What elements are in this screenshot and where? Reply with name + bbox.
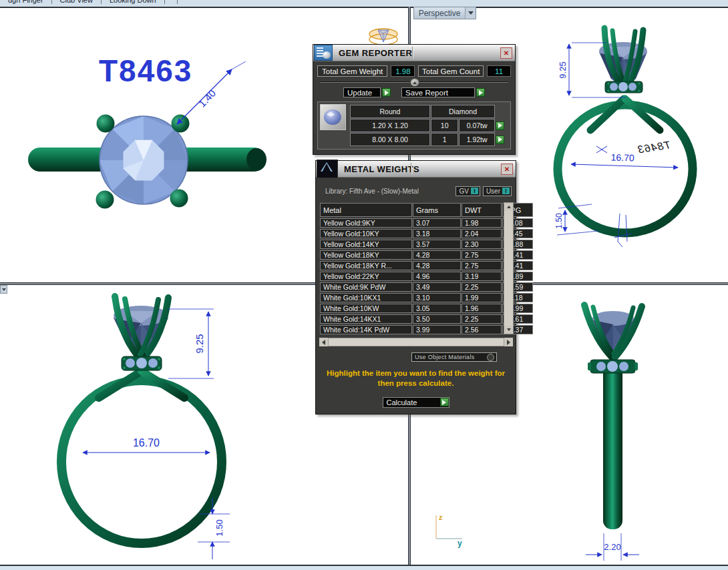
metal-cell: 2.25 <box>462 314 502 324</box>
axis-z-label: z <box>439 513 443 521</box>
metal-row[interactable]: Yellow Gold:14KY3.572.3012.88 <box>320 240 533 249</box>
axis-indicator: z y <box>436 513 462 548</box>
metal-cell: 3.19 <box>462 272 502 281</box>
h-scrollbar[interactable] <box>319 338 513 346</box>
gem-thumbnail[interactable] <box>320 104 346 130</box>
gem-size-cell: 1.20 X 1.20 <box>350 119 430 132</box>
ring-top-view <box>28 115 266 209</box>
total-gem-count-value: 11 <box>487 65 511 77</box>
dim-inner-diameter-value: 16.70 <box>610 152 634 163</box>
panel-titlebar[interactable]: METAL WEIGHTS ✕ <box>316 161 516 178</box>
leader-ticks <box>596 146 607 153</box>
metal-row[interactable]: White Gold:9K PdW3.492.2512.59 <box>320 282 533 292</box>
metal-row[interactable]: Yellow Gold:10KY3.182.0411.45 <box>320 229 533 238</box>
scroll-left-icon[interactable] <box>319 338 328 346</box>
calculate-row: Calculate <box>316 397 516 408</box>
metal-cell: 3.57 <box>413 240 461 249</box>
dim-inner-diameter-value: 16.70 <box>133 437 160 449</box>
save-report-button[interactable]: Save Report <box>401 87 475 97</box>
play-icon <box>498 123 502 128</box>
dim-head-height-large: 9.25 <box>168 309 214 378</box>
dim-inner-diameter-large: 16.70 <box>83 437 210 453</box>
metal-row[interactable]: Yellow Gold:18KY R...4.282.7515.41 <box>320 261 533 270</box>
melee-band <box>122 356 162 370</box>
tab-club-view[interactable]: Club View <box>52 0 102 4</box>
metal-row[interactable]: Yellow Gold:9KY3.071.9811.08 <box>320 218 533 228</box>
save-report-label: Save Report <box>405 89 448 97</box>
calculate-go-button[interactable] <box>440 398 449 406</box>
perspective-dropdown[interactable]: Perspective <box>413 7 476 19</box>
metal-column-header: DWT <box>462 203 502 217</box>
use-object-materials-dropdown[interactable]: Use Object Materials <box>411 352 497 362</box>
gv-button[interactable]: GV I <box>456 186 480 196</box>
dim-inner-diameter: 16.70 <box>571 152 678 168</box>
collapse-button[interactable] <box>410 78 419 87</box>
update-button[interactable]: Update <box>343 87 381 97</box>
gem-row: 1.20 X 1.20 10 0.07tw <box>350 119 504 132</box>
chevron-down-icon <box>2 288 6 291</box>
metal-cell: 2.04 <box>462 229 502 238</box>
perspective-label: Perspective <box>414 7 465 19</box>
ring-side-view <box>584 305 642 529</box>
close-button[interactable]: ✕ <box>501 164 513 175</box>
total-gem-weight-label: Total Gem Weight <box>317 65 387 77</box>
panel-titlebar[interactable]: GEM REPORTER ✕ <box>313 45 515 61</box>
metal-cell: White Gold:10KW <box>320 304 412 313</box>
viewport-bottom-left[interactable]: 9.25 16.70 1.50 <box>61 296 230 559</box>
metal-cell: Yellow Gold:14KY <box>320 240 412 249</box>
metal-cell: 2.75 <box>462 261 502 270</box>
metal-cell: Yellow Gold:18KY <box>320 250 412 260</box>
panel-title: GEM REPORTER <box>339 48 412 58</box>
gem-row-go-button[interactable] <box>496 121 504 130</box>
total-gem-count-label: Total Gem Count <box>418 65 484 77</box>
scrollbar-track[interactable] <box>328 338 504 346</box>
scroll-down-icon[interactable] <box>504 326 513 334</box>
gem-weight-cell: 0.07tw <box>459 119 495 132</box>
metal-cell: 3.10 <box>413 293 461 302</box>
tab-stub[interactable] <box>165 0 178 4</box>
metal-cell: 2.56 <box>462 325 502 334</box>
metal-row[interactable]: White Gold:14KX13.502.2512.61 <box>320 314 533 324</box>
metal-cell: Yellow Gold:18KY R... <box>320 261 412 270</box>
metal-row[interactable]: White Gold:10KW3.051.9610.99 <box>320 304 533 313</box>
dim-shank-width-value: 2.20 <box>604 542 620 552</box>
viewport-top-right[interactable]: T8463 9.25 16.70 1.50 <box>554 28 693 247</box>
dim-prong-value: 1.40 <box>196 87 218 109</box>
metal-row[interactable]: Yellow Gold:22KY4.963.1917.89 <box>320 272 533 281</box>
metal-row[interactable]: White Gold:14K PdW3.992.5614.37 <box>320 325 533 334</box>
melee-band <box>588 360 638 373</box>
metal-row[interactable]: White Gold:10KX13.101.9911.18 <box>320 293 533 302</box>
prong <box>172 115 190 133</box>
metal-row[interactable]: Yellow Gold:18KY4.282.7515.41 <box>320 250 533 260</box>
update-go-button[interactable] <box>382 88 391 97</box>
metal-cell: 3.07 <box>413 218 461 228</box>
tab-label: ugh Finger <box>8 0 43 4</box>
close-button[interactable]: ✕ <box>500 47 512 59</box>
scroll-up-icon[interactable] <box>504 203 513 211</box>
save-report-go-button[interactable] <box>476 88 485 97</box>
model-number-label: T8463 <box>99 53 192 88</box>
tab-label: Looking Down <box>110 0 156 4</box>
tab-looking-down[interactable]: Looking Down <box>102 0 165 4</box>
user-button[interactable]: User I <box>483 186 512 196</box>
mini-perspective-ring <box>369 29 397 45</box>
tab-through-finger[interactable]: ugh Finger <box>0 0 52 4</box>
metal-table-body: Yellow Gold:9KY3.071.9811.08Yellow Gold:… <box>320 218 533 334</box>
library-row: Library: Fifth Ave - (Slow)-Metal GV I U… <box>320 186 512 196</box>
ring-front-view <box>558 28 693 233</box>
metal-weights-table: Metal Grams DWT SPG Yellow Gold:9KY3.071… <box>319 202 534 336</box>
metal-cell: 1.99 <box>462 293 502 302</box>
metal-weights-icon <box>317 160 338 178</box>
dim-shank-thickness-value: 1.50 <box>214 519 224 536</box>
gem-row-go-button[interactable] <box>496 135 504 144</box>
metal-cell: 3.18 <box>413 229 461 238</box>
gem-table: Round Diamond 1.20 X 1.20 10 0.07tw 8.00… <box>349 104 505 147</box>
v-scrollbar[interactable] <box>504 202 514 334</box>
gem-reporter-panel: GEM REPORTER ✕ Total Gem Weight 1.98 Tot… <box>313 44 516 155</box>
viewport-collapsed-tab[interactable] <box>0 285 7 294</box>
scroll-right-icon[interactable] <box>504 338 513 346</box>
instruction-text: Highlight the item you want to find the … <box>325 368 506 388</box>
calculate-button[interactable]: Calculate <box>383 397 449 408</box>
gem-weight-cell: 1.92tw <box>459 133 495 146</box>
perspective-dropdown-button[interactable] <box>465 7 476 19</box>
